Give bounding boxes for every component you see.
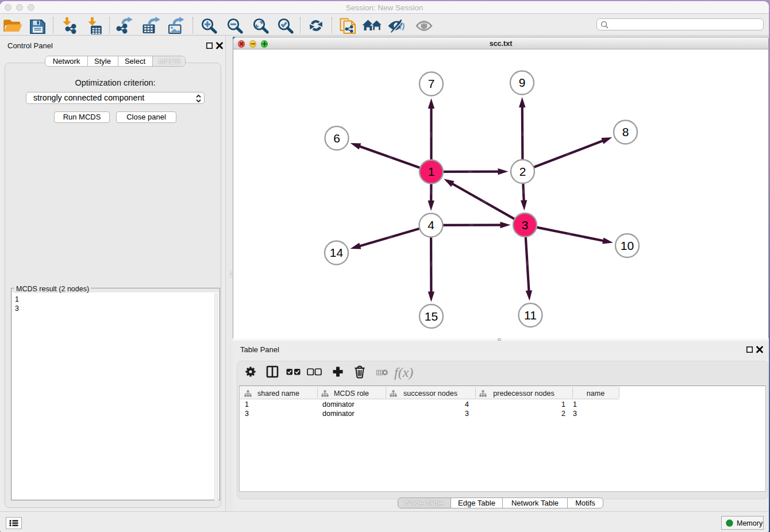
svg-text:8: 8 [622,125,629,138]
svg-text:10: 10 [621,239,634,252]
svg-text:15: 15 [425,310,438,323]
svg-text:f(x): f(x) [394,365,413,380]
svg-text:1: 1 [428,165,435,178]
svg-text:2: 2 [519,165,526,178]
svg-text:3: 3 [522,218,529,232]
svg-text:6: 6 [333,132,340,145]
svg-text:4: 4 [428,218,434,232]
svg-text:14: 14 [330,246,344,259]
svg-text:9: 9 [519,76,526,89]
svg-text:7: 7 [428,77,435,90]
svg-text:11: 11 [524,309,537,322]
